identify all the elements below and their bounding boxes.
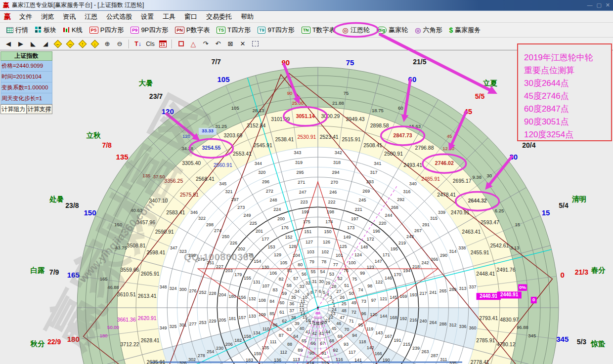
toolbar-item-9p-square[interactable]: P9 9P四方形: [127, 25, 172, 36]
svg-text:273: 273: [237, 205, 245, 210]
zoom-out-button[interactable]: ⊖: [114, 39, 125, 49]
menu-tools[interactable]: 工具: [158, 11, 180, 22]
toolbar-separator: [129, 40, 129, 48]
svg-text:221: 221: [355, 207, 362, 212]
shift-right-button[interactable]: →: [65, 39, 76, 49]
svg-text:168: 168: [390, 315, 397, 320]
svg-text:65: 65: [302, 338, 306, 343]
svg-text:3203.69: 3203.69: [223, 132, 242, 138]
svg-text:266: 266: [431, 257, 438, 262]
calendar-button[interactable]: 21: [157, 39, 168, 49]
nav-back-button[interactable]: ◀: [3, 39, 14, 49]
svg-text:3051.14: 3051.14: [296, 113, 315, 119]
menu-help[interactable]: 帮助: [236, 11, 258, 22]
clear-button[interactable]: Cls: [145, 39, 156, 49]
toolbar-item-9t-square[interactable]: T9 9T四方形: [254, 25, 298, 36]
svg-text:243: 243: [406, 234, 414, 239]
triangle-tool-button[interactable]: △: [188, 39, 199, 49]
close-button[interactable]: ✕: [606, 2, 610, 8]
step-field[interactable]: 周天变化步长=1: [0, 93, 52, 104]
svg-text:2620.91: 2620.91: [138, 315, 157, 321]
shift-left-button[interactable]: ←: [52, 39, 63, 49]
svg-text:96.88: 96.88: [517, 324, 528, 330]
svg-text:3254.55: 3254.55: [202, 145, 220, 151]
price-field[interactable]: 价格=2440.9099: [0, 61, 52, 72]
selection-box-button[interactable]: [250, 39, 261, 49]
toolbar-item-p-number-table[interactable]: PN P数字表: [172, 25, 213, 36]
time-field[interactable]: 时间=20190104: [0, 72, 52, 82]
toolbar-item-p-square[interactable]: PS P四方形: [86, 25, 128, 36]
svg-text:44: 44: [325, 329, 330, 334]
svg-text:112: 112: [280, 350, 287, 355]
toolbar-item-sectors[interactable]: 板块: [32, 25, 60, 36]
toolbar-item-kline[interactable]: K线: [60, 25, 86, 36]
cross-tool-button[interactable]: ✕: [237, 39, 248, 49]
svg-text:2560.91: 2560.91: [214, 162, 232, 168]
svg-text:349: 349: [159, 325, 167, 330]
svg-text:34: 34: [295, 289, 300, 294]
svg-text:2590.91: 2590.91: [155, 229, 174, 235]
calc-resistance-button[interactable]: 计算阻力: [0, 104, 27, 114]
svg-text:290: 290: [440, 253, 447, 258]
svg-text:170: 170: [394, 272, 401, 277]
svg-text:2515.91: 2515.91: [342, 136, 361, 142]
svg-text:146: 146: [385, 276, 392, 281]
shift-down-button[interactable]: ↓: [89, 39, 100, 49]
toolbar-item-t-square[interactable]: TS T四方形: [213, 25, 254, 36]
square-tool-button[interactable]: [175, 39, 186, 49]
svg-text:344: 344: [255, 161, 262, 166]
svg-text:3305.40: 3305.40: [182, 160, 201, 166]
toolbar-item-market-quotes[interactable]: 行情: [3, 25, 32, 36]
menu-settings[interactable]: 设置: [136, 11, 158, 22]
svg-text:18.75: 18.75: [372, 108, 384, 113]
svg-text:337: 337: [469, 284, 477, 289]
svg-text:4830.97: 4830.97: [500, 317, 519, 323]
rotate-cw-button[interactable]: ↷: [200, 39, 211, 49]
menu-file[interactable]: 文件: [15, 11, 37, 22]
svg-text:2575.91: 2575.91: [180, 192, 199, 198]
annotation-line: 60度2847点: [524, 103, 608, 116]
rotate-ccw-button[interactable]: ↶: [213, 39, 223, 49]
svg-text:50.00: 50.00: [107, 324, 119, 330]
svg-text:29: 29: [325, 281, 330, 285]
toolbar-item-winner-wheel[interactable]: Big 赢家轮: [373, 25, 412, 36]
toolbar-label: 江恩轮: [350, 26, 370, 35]
toolbar-item-winner-service[interactable]: $ 赢家服务: [446, 25, 484, 36]
maximize-button[interactable]: ▢: [596, 2, 601, 8]
conversion-factor-field[interactable]: 变换系数=1.00000: [0, 82, 52, 93]
menu-browse[interactable]: 浏览: [37, 11, 58, 22]
menu-trade-order[interactable]: 交易委托: [202, 11, 236, 22]
minimize-button[interactable]: —: [587, 2, 592, 8]
menu-news[interactable]: 资讯: [58, 11, 80, 22]
svg-text:67: 67: [320, 341, 325, 346]
svg-text:36: 36: [289, 301, 294, 306]
menu-window[interactable]: 窗口: [180, 11, 202, 22]
cursor-up-left-icon[interactable]: ◣: [28, 39, 39, 49]
toolbar-item-t-number-table[interactable]: TN T数字表: [298, 25, 339, 36]
svg-text:101: 101: [336, 253, 343, 258]
svg-text:2949.43: 2949.43: [346, 116, 365, 122]
svg-text:73: 73: [361, 299, 366, 304]
boxed-x-tool-button[interactable]: ⊠: [225, 39, 236, 49]
svg-text:28: 28: [331, 284, 336, 289]
svg-text:8: 8: [310, 290, 313, 295]
svg-text:197: 197: [351, 216, 358, 221]
calc-support-button[interactable]: 计算支撑: [27, 104, 53, 114]
svg-text:2440.91: 2440.91: [500, 292, 519, 297]
sectors-blocks-icon: [35, 27, 42, 33]
menu-formula-stock-picking[interactable]: 公式选股: [102, 11, 136, 22]
svg-text:0%: 0%: [519, 284, 526, 290]
menu-gann[interactable]: 江恩: [80, 11, 102, 22]
time-price-tool-button[interactable]: T↓: [132, 39, 143, 49]
toolbar-item-hexagon[interactable]: ◎ 六角形: [411, 25, 445, 36]
nav-forward-button[interactable]: ▶: [15, 39, 26, 49]
svg-text:122: 122: [375, 280, 383, 284]
shift-up-button[interactable]: ↑: [77, 39, 88, 49]
svg-text:80: 80: [298, 262, 303, 267]
svg-text:2644.32: 2644.32: [468, 198, 487, 203]
zoom-in-button[interactable]: ⊕: [102, 39, 113, 49]
toolbar-item-gann-wheel[interactable]: ◎ 江恩轮: [339, 25, 373, 36]
cursor-down-right-icon[interactable]: ◢: [40, 39, 51, 49]
title-bar[interactable]: 赢 赢家江恩专业版[赢家服务平台] - [上证指数 江恩轮] — ▢ ✕: [0, 0, 613, 11]
svg-text:272: 272: [266, 189, 273, 194]
